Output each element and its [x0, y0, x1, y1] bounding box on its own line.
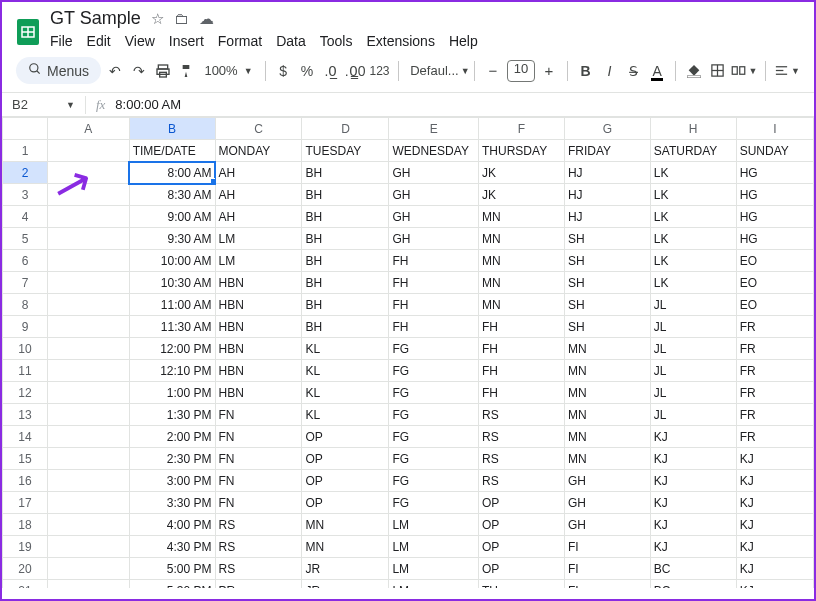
cell-A19[interactable]	[48, 536, 130, 558]
cell-B2[interactable]: 8:00 AM	[129, 162, 215, 184]
cell-A12[interactable]	[48, 382, 130, 404]
cell-E12[interactable]: FG	[389, 382, 479, 404]
cell-F11[interactable]: FH	[479, 360, 565, 382]
menu-extensions[interactable]: Extensions	[366, 33, 434, 49]
cell-C10[interactable]: HBN	[215, 338, 302, 360]
cell-I5[interactable]: HG	[736, 228, 813, 250]
increase-font-button[interactable]: +	[539, 60, 559, 82]
cell-A16[interactable]	[48, 470, 130, 492]
print-button[interactable]	[153, 58, 173, 84]
zoom-select[interactable]: 100% ▼	[200, 63, 256, 78]
more-formats-button[interactable]: 123	[370, 58, 390, 84]
cell-C12[interactable]: HBN	[215, 382, 302, 404]
cell-H7[interactable]: LK	[650, 272, 736, 294]
cell-C5[interactable]: LM	[215, 228, 302, 250]
cell-C15[interactable]: FN	[215, 448, 302, 470]
cell-D7[interactable]: BH	[302, 272, 389, 294]
cell-F8[interactable]: MN	[479, 294, 565, 316]
row-header-2[interactable]: 2	[3, 162, 48, 184]
cell-B5[interactable]: 9:30 AM	[129, 228, 215, 250]
cell-D21[interactable]: JR	[302, 580, 389, 589]
cell-F5[interactable]: MN	[479, 228, 565, 250]
spreadsheet-grid[interactable]: ABCDEFGHI1TIME/DATEMONDAYTUESDAYWEDNESDA…	[2, 117, 814, 588]
row-header-6[interactable]: 6	[3, 250, 48, 272]
cell-H5[interactable]: LK	[650, 228, 736, 250]
cell-F9[interactable]: FH	[479, 316, 565, 338]
chevron-down-icon[interactable]: ▼	[56, 100, 85, 110]
col-header-A[interactable]: A	[48, 118, 130, 140]
cell-F17[interactable]: OP	[479, 492, 565, 514]
cell-E19[interactable]: LM	[389, 536, 479, 558]
move-icon[interactable]: 🗀	[174, 10, 189, 27]
undo-button[interactable]: ↶	[105, 58, 125, 84]
col-header-G[interactable]: G	[564, 118, 650, 140]
cell-B9[interactable]: 11:30 AM	[129, 316, 215, 338]
row-header-10[interactable]: 10	[3, 338, 48, 360]
search-menus[interactable]: Menus	[16, 57, 101, 84]
row-header-19[interactable]: 19	[3, 536, 48, 558]
col-header-C[interactable]: C	[215, 118, 302, 140]
cell-A8[interactable]	[48, 294, 130, 316]
cell-G16[interactable]: GH	[564, 470, 650, 492]
cell-C21[interactable]: PR	[215, 580, 302, 589]
cell-F16[interactable]: RS	[479, 470, 565, 492]
cell-I14[interactable]: FR	[736, 426, 813, 448]
cell-C18[interactable]: RS	[215, 514, 302, 536]
row-header-7[interactable]: 7	[3, 272, 48, 294]
cell-D18[interactable]: MN	[302, 514, 389, 536]
cell-F12[interactable]: FH	[479, 382, 565, 404]
corner-cell[interactable]	[3, 118, 48, 140]
cell-F3[interactable]: JK	[479, 184, 565, 206]
row-header-17[interactable]: 17	[3, 492, 48, 514]
cell-E8[interactable]: FH	[389, 294, 479, 316]
cloud-status-icon[interactable]: ☁	[199, 10, 214, 28]
cell-A3[interactable]	[48, 184, 130, 206]
cell-I7[interactable]: EO	[736, 272, 813, 294]
borders-button[interactable]	[708, 58, 728, 84]
cell-G21[interactable]: FI	[564, 580, 650, 589]
cell-G5[interactable]: SH	[564, 228, 650, 250]
cell-D13[interactable]: KL	[302, 404, 389, 426]
row-header-13[interactable]: 13	[3, 404, 48, 426]
cell-F19[interactable]: OP	[479, 536, 565, 558]
bold-button[interactable]: B	[576, 58, 596, 84]
cell-D16[interactable]: OP	[302, 470, 389, 492]
cell-H3[interactable]: LK	[650, 184, 736, 206]
star-icon[interactable]: ☆	[151, 10, 164, 28]
doc-title[interactable]: GT Sample	[50, 8, 141, 29]
cell-B8[interactable]: 11:00 AM	[129, 294, 215, 316]
row-header-16[interactable]: 16	[3, 470, 48, 492]
cell-E5[interactable]: GH	[389, 228, 479, 250]
cell-H19[interactable]: KJ	[650, 536, 736, 558]
cell-C6[interactable]: LM	[215, 250, 302, 272]
cell-C4[interactable]: AH	[215, 206, 302, 228]
cell-A20[interactable]	[48, 558, 130, 580]
cell-G2[interactable]: HJ	[564, 162, 650, 184]
cell-F21[interactable]: TU	[479, 580, 565, 589]
cell-H12[interactable]: JL	[650, 382, 736, 404]
cell-G20[interactable]: FI	[564, 558, 650, 580]
cell-C19[interactable]: RS	[215, 536, 302, 558]
cell-H1[interactable]: SATURDAY	[650, 140, 736, 162]
menu-format[interactable]: Format	[218, 33, 262, 49]
text-color-button[interactable]: A	[647, 58, 667, 84]
cell-C2[interactable]: AH	[215, 162, 302, 184]
row-header-14[interactable]: 14	[3, 426, 48, 448]
cell-A9[interactable]	[48, 316, 130, 338]
cell-C3[interactable]: AH	[215, 184, 302, 206]
cell-I3[interactable]: HG	[736, 184, 813, 206]
cell-B20[interactable]: 5:00 PM	[129, 558, 215, 580]
cell-C9[interactable]: HBN	[215, 316, 302, 338]
cell-H10[interactable]: JL	[650, 338, 736, 360]
col-header-E[interactable]: E	[389, 118, 479, 140]
cell-D17[interactable]: OP	[302, 492, 389, 514]
col-header-I[interactable]: I	[736, 118, 813, 140]
cell-G15[interactable]: MN	[564, 448, 650, 470]
cell-C1[interactable]: MONDAY	[215, 140, 302, 162]
cell-B6[interactable]: 10:00 AM	[129, 250, 215, 272]
cell-A17[interactable]	[48, 492, 130, 514]
cell-H15[interactable]: KJ	[650, 448, 736, 470]
cell-B17[interactable]: 3:30 PM	[129, 492, 215, 514]
cell-D15[interactable]: OP	[302, 448, 389, 470]
cell-A13[interactable]	[48, 404, 130, 426]
